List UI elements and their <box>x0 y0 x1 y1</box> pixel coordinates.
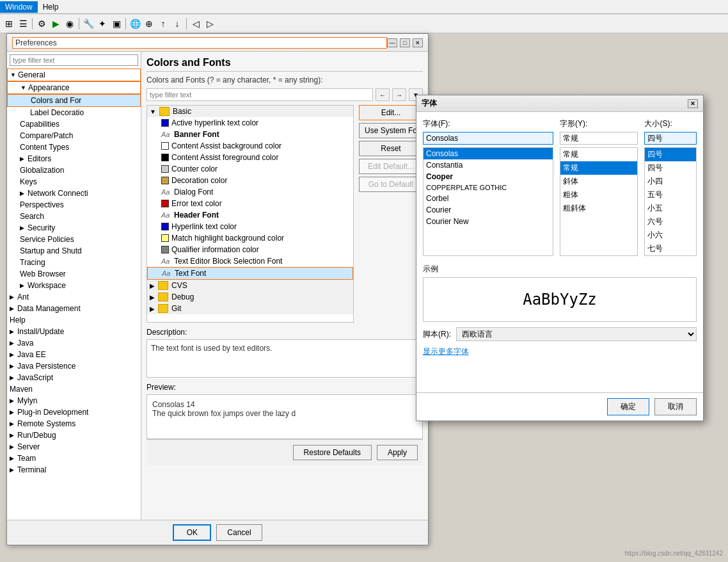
font-style-regular-sel[interactable]: 常规 <box>560 161 637 175</box>
toolbar-btn-4[interactable]: ◉ <box>63 17 76 30</box>
toolbar-btn-13[interactable]: ▷ <box>203 17 216 30</box>
font-item-content-assist-bg[interactable]: Content Assist background color <box>147 140 353 152</box>
tree-item-appearance[interactable]: ▼ Appearance <box>7 81 141 94</box>
tree-item-help[interactable]: Help <box>7 314 141 326</box>
go-to-default-button[interactable]: Go to Default <box>359 177 423 192</box>
tree-item-service-policies[interactable]: Service Policies <box>7 234 141 245</box>
font-listbox-cooper[interactable]: Cooper <box>423 171 553 182</box>
tree-filter-input[interactable] <box>10 54 138 66</box>
toolbar-btn-10[interactable]: ↑ <box>157 17 170 30</box>
toolbar-btn-8[interactable]: 🌐 <box>129 17 141 30</box>
font-item-qualifier[interactable]: Qualifier information color <box>147 244 353 255</box>
folder-cvs[interactable]: ▶ CVS <box>147 280 353 291</box>
nav-back-btn[interactable]: ← <box>376 88 390 101</box>
folder-git[interactable]: ▶ Git <box>147 303 353 314</box>
tree-item-server[interactable]: ▶ Server <box>7 441 141 453</box>
font-item-dialog-font[interactable]: Aa Dialog Font <box>147 186 353 198</box>
tree-item-maven[interactable]: Maven <box>7 383 141 395</box>
font-name-input[interactable] <box>423 132 553 145</box>
font-listbox-courier[interactable]: Courier <box>423 204 553 216</box>
dialog-close[interactable]: ✕ <box>413 38 423 47</box>
dialog-minimize[interactable]: — <box>387 38 397 47</box>
tree-item-javascript[interactable]: ▶ JavaScript <box>7 372 141 383</box>
folder-basic[interactable]: ▼ Basic <box>147 106 353 117</box>
font-item-block-selection[interactable]: Aa Text Editor Block Selection Font <box>147 255 353 267</box>
font-listbox-copperplate[interactable]: COPPERPLATE GOTHIC <box>423 182 553 193</box>
use-system-font-button[interactable]: Use System Font <box>359 123 423 138</box>
toolbar-btn-5[interactable]: 🔧 <box>82 17 95 30</box>
toolbar-btn-2[interactable]: ☰ <box>17 17 29 30</box>
dialog-maximize[interactable]: □ <box>400 38 410 47</box>
tree-item-plugin-dev[interactable]: ▶ Plug-in Development <box>7 406 141 418</box>
font-size-xiaoliu[interactable]: 小六 <box>645 229 696 242</box>
tree-item-mylyn[interactable]: ▶ Mylyn <box>7 395 141 406</box>
font-style-italic[interactable]: 斜体 <box>560 175 637 188</box>
font-item-error-text[interactable]: Error text color <box>147 198 353 209</box>
font-listbox-corbel[interactable]: Corbel <box>423 193 553 204</box>
restore-defaults-button[interactable]: Restore Defaults <box>293 445 372 460</box>
tree-item-security[interactable]: ▶ Security <box>7 222 141 234</box>
tree-item-workspace[interactable]: ▶ Workspace <box>7 280 141 291</box>
tree-item-web-browser[interactable]: Web Browser <box>7 268 141 280</box>
toolbar-btn-9[interactable]: ⊕ <box>143 17 155 30</box>
tree-item-terminal[interactable]: ▶ Terminal <box>7 464 141 476</box>
font-listbox-constantia[interactable]: Constantia <box>423 159 553 171</box>
font-dialog-cancel-button[interactable]: 取消 <box>654 398 697 415</box>
font-size-sihao[interactable]: 四号 <box>645 161 696 175</box>
tree-item-ant[interactable]: ▶ Ant <box>7 291 141 303</box>
tree-item-install[interactable]: ▶ Install/Update <box>7 326 141 337</box>
font-style-bold-italic[interactable]: 粗斜体 <box>560 202 637 215</box>
ok-button[interactable]: OK <box>173 524 211 541</box>
font-item-match-highlight[interactable]: Match highlight background color <box>147 232 353 244</box>
cancel-button[interactable]: Cancel <box>216 524 262 541</box>
tree-item-java-ee[interactable]: ▶ Java EE <box>7 349 141 360</box>
tree-item-capabilities[interactable]: Capabilities <box>7 118 141 130</box>
font-listbox-courier-new[interactable]: Courier New <box>423 216 553 227</box>
toolbar-btn-11[interactable]: ↓ <box>171 17 184 30</box>
font-item-header-font[interactable]: Aa Header Font <box>147 209 353 221</box>
dialog-title-input[interactable] <box>12 37 387 49</box>
menu-window[interactable]: Window <box>0 1 38 13</box>
toolbar-btn-3[interactable]: ⚙ <box>35 17 48 30</box>
folder-debug[interactable]: ▶ Debug <box>147 291 353 303</box>
edit-default-button[interactable]: Edit Default... <box>359 159 423 174</box>
tree-item-data-mgmt[interactable]: ▶ Data Management <box>7 303 141 314</box>
font-size-xiaowu[interactable]: 小五 <box>645 202 696 215</box>
font-dialog-ok-button[interactable]: 确定 <box>607 398 649 415</box>
tree-item-label-deco[interactable]: Label Decoratio <box>7 107 141 118</box>
tree-item-general[interactable]: ▼ General <box>7 68 141 81</box>
font-style-bold[interactable]: 粗体 <box>560 188 637 202</box>
tree-item-compare[interactable]: Compare/Patch <box>7 130 141 141</box>
font-item-content-assist-fg[interactable]: Content Assist foreground color <box>147 152 353 163</box>
font-item-decoration[interactable]: Decoration color <box>147 175 353 186</box>
font-item-banner-font[interactable]: Aa Banner Font <box>147 129 353 140</box>
font-size-qihao[interactable]: 七号 <box>645 242 696 255</box>
more-fonts-link[interactable]: 显示更多字体 <box>423 346 697 357</box>
tree-item-colors-fonts[interactable]: Colors and For <box>7 94 141 107</box>
tree-item-java-persistence[interactable]: ▶ Java Persistence <box>7 360 141 372</box>
font-size-input[interactable] <box>644 132 697 145</box>
tree-item-network[interactable]: ▶ Network Connecti <box>7 188 141 199</box>
tree-item-java[interactable]: ▶ Java <box>7 337 141 349</box>
font-listbox-consolas-selected[interactable]: Consolas <box>423 148 553 159</box>
font-size-sihao-sel[interactable]: 四号 <box>645 148 696 161</box>
font-item-hyperlink-text[interactable]: Hyperlink text color <box>147 221 353 232</box>
toolbar-btn-6[interactable]: ✦ <box>96 17 109 30</box>
tree-item-perspectives[interactable]: Perspectives <box>7 199 141 211</box>
font-style-regular[interactable]: 常规 <box>560 148 637 161</box>
tree-item-editors[interactable]: ▶ Editors <box>7 153 141 165</box>
toolbar-btn-7[interactable]: ▣ <box>110 17 123 30</box>
reset-button[interactable]: Reset <box>359 141 423 156</box>
toolbar-btn-1[interactable]: ⊞ <box>3 17 15 30</box>
toolbar-btn-12[interactable]: ◁ <box>189 17 202 30</box>
tree-item-globalization[interactable]: Globalization <box>7 165 141 176</box>
content-filter-input[interactable] <box>146 88 373 101</box>
tree-item-content-types[interactable]: Content Types <box>7 141 141 153</box>
font-item-active-hyperlink[interactable]: Active hyperlink text color <box>147 117 353 129</box>
font-dialog-close[interactable]: ✕ <box>688 99 698 108</box>
menu-help[interactable]: Help <box>38 1 64 13</box>
toolbar-btn-run[interactable]: ▶ <box>49 17 62 30</box>
tree-item-startup[interactable]: Startup and Shutd <box>7 245 141 257</box>
font-size-wuhao[interactable]: 五号 <box>645 188 696 202</box>
tree-item-run-debug[interactable]: ▶ Run/Debug <box>7 430 141 441</box>
